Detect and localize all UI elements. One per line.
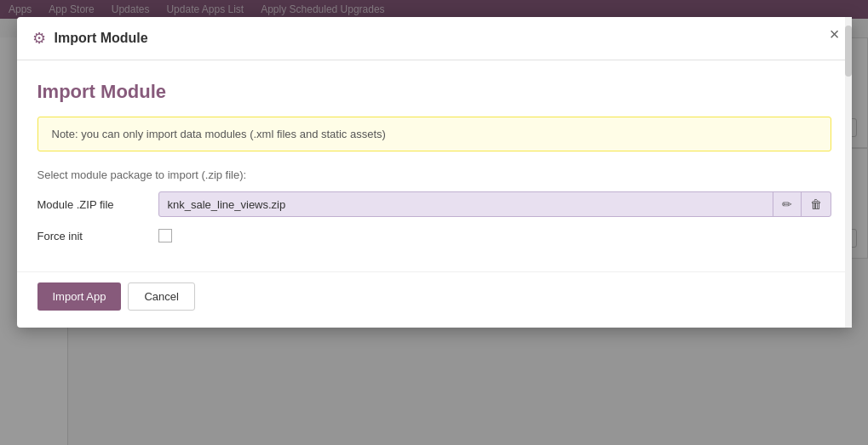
modal-body: Import Module Note: you can only import … [17, 60, 852, 271]
notice-box: Note: you can only import data modules (… [37, 117, 831, 151]
cancel-button[interactable]: Cancel [128, 282, 194, 311]
modal-section-title: Import Module [37, 81, 831, 103]
force-init-checkbox[interactable] [158, 229, 172, 242]
modal-footer: Import App Cancel [17, 271, 852, 328]
file-delete-button[interactable]: 🗑 [801, 192, 831, 216]
file-name-display: knk_sale_line_views.zip [159, 193, 773, 216]
file-input-wrapper: knk_sale_line_views.zip ✏ 🗑 [158, 191, 831, 217]
zip-file-row: Module .ZIP file knk_sale_line_views.zip… [37, 191, 831, 217]
modal-overlay: ⚙ Import Module × Import Module Note: yo… [0, 0, 868, 445]
scrollbar-track[interactable] [845, 17, 852, 328]
module-icon: ⚙ [32, 29, 46, 48]
import-module-modal: ⚙ Import Module × Import Module Note: yo… [17, 17, 852, 328]
import-app-button[interactable]: Import App [37, 282, 122, 311]
modal-close-button[interactable]: × [830, 26, 840, 43]
scrollbar-thumb[interactable] [845, 26, 852, 77]
force-init-row: Force init [37, 229, 831, 242]
form-section-label: Select module package to import (.zip fi… [37, 168, 831, 181]
force-init-label: Force init [37, 230, 148, 242]
file-edit-button[interactable]: ✏ [773, 192, 801, 216]
zip-label: Module .ZIP file [37, 198, 148, 211]
modal-header: ⚙ Import Module × [17, 17, 852, 60]
modal-header-title: Import Module [55, 31, 148, 46]
